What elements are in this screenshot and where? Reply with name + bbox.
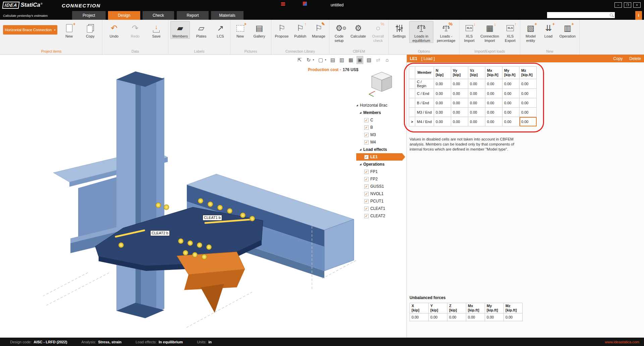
info-badge[interactable]: i [635, 11, 642, 20]
load-value-cell[interactable]: 0.00 [434, 98, 451, 108]
checkbox-checked[interactable]: ✓ [364, 177, 369, 181]
minimize-button[interactable]: – [614, 2, 622, 8]
checkbox-checked[interactable]: ✓ [364, 214, 369, 218]
load-value-cell[interactable]: 0.00 [468, 117, 485, 126]
new-model-entity-button[interactable]: ▧+ Model entity [523, 21, 539, 43]
load-value-cell[interactable]: 0.00 [451, 117, 468, 126]
expander-icon[interactable]: ◢ [360, 163, 363, 166]
checkbox-checked[interactable]: ✓ [364, 125, 369, 130]
load-value-cell[interactable]: 0.00 [434, 108, 451, 117]
new-load-button[interactable]: ⇊+ Load [541, 21, 556, 39]
loads-in-equilibrium-toggle[interactable]: Loads in equilibrium [410, 21, 433, 43]
load-value-cell[interactable]: 0.00 [434, 79, 451, 89]
code-setup-button[interactable]: ⚙⚙ Code setup [332, 21, 346, 43]
load-value-cell[interactable]: 0.00 [451, 98, 468, 108]
checkbox-checked[interactable]: ✓ [364, 207, 369, 211]
navigation-cube[interactable] [366, 69, 397, 98]
orbit-icon[interactable]: ↻ [306, 56, 312, 64]
load-value-cell[interactable]: 0.00 [451, 79, 468, 89]
load-value-cell[interactable]: 0.00 [451, 108, 468, 117]
load-value-cell[interactable]: 0.00 [451, 89, 468, 98]
copy-project-item-button[interactable]: Copy [81, 21, 100, 39]
tree-item-pcut1[interactable]: ✓ PCUT1 [356, 197, 405, 205]
load-value-cell[interactable]: 0.00 [468, 98, 485, 108]
xls-export-button[interactable]: XLS↑ XLS Export [503, 21, 518, 43]
view-transparent-icon[interactable]: ▧ [366, 56, 372, 64]
gallery-button[interactable]: ▤ Gallery [250, 21, 269, 39]
expander-icon[interactable]: ◢ [356, 104, 360, 107]
load-value-cell[interactable]: 0.00 [502, 117, 520, 126]
delete-load-button[interactable]: Delete [629, 56, 641, 61]
search-box[interactable] [547, 12, 615, 18]
tree-root[interactable]: ◢ Horizontal Brac [356, 102, 405, 109]
tree-item-fp1[interactable]: ✓ FP1 [356, 168, 405, 175]
cleat1-model-label[interactable]: CLEAT1 b [203, 215, 222, 221]
checkbox-checked[interactable]: ✓ [364, 118, 369, 122]
orbit-caret-icon[interactable]: ▾ [312, 56, 315, 64]
load-value-cell[interactable]: 0.00 [468, 79, 485, 89]
load-value-cell[interactable]: 0.00 [485, 108, 502, 117]
new-picture-button[interactable]: + New [233, 21, 248, 39]
new-project-item-button[interactable]: + New [60, 21, 78, 39]
tab-project[interactable]: Project [72, 11, 106, 20]
publish-button[interactable]: ⚐↑ Publish [292, 21, 308, 39]
website-link[interactable]: www.ideastatica.com [605, 340, 639, 344]
connection-import-button[interactable]: ▦↓ Connection Import [479, 21, 500, 43]
row-selector[interactable] [409, 89, 415, 98]
close-button[interactable]: × [633, 2, 641, 8]
connection-type-dropdown[interactable]: Horizontal Brace Connection ▾ [3, 25, 57, 35]
search-icon[interactable] [609, 13, 614, 17]
load-value-cell[interactable]: 0.00 [520, 98, 537, 108]
cleat2-model-label[interactable]: CLEAT2 b [150, 230, 170, 236]
load-value-cell[interactable]: 0.00 [485, 98, 502, 108]
tree-group-operations[interactable]: ◢ Operations [356, 161, 405, 168]
tab-report[interactable]: Report [177, 11, 209, 20]
checkbox-checked[interactable]: ✓ [364, 192, 369, 196]
members-labels-toggle[interactable]: ▰ Members [171, 21, 190, 39]
load-value-cell[interactable]: 0.00 [502, 89, 520, 98]
load-value-cell[interactable]: 0.00 [520, 108, 537, 117]
loads-percentage-toggle[interactable]: % Loads - percentage [435, 21, 457, 43]
propose-button[interactable]: ⚐ Propose [274, 21, 290, 39]
load-value-cell[interactable]: 0.00 [468, 89, 485, 98]
xls-import-button[interactable]: XLS↓ XLS Import [462, 21, 477, 43]
expander-icon[interactable]: ◢ [360, 148, 363, 151]
checkbox-checked[interactable]: ✓ [364, 155, 369, 159]
lcs-toggle[interactable]: ↗ LCS [213, 21, 228, 39]
checkbox-checked[interactable]: ✓ [364, 184, 369, 189]
active-row-marker[interactable]: > [409, 117, 415, 126]
tree-item-le1-selected[interactable]: ✓ LE1 [356, 153, 405, 161]
tree-item-cleat1[interactable]: ✓ CLEAT1 [356, 205, 405, 212]
row-selector[interactable] [409, 108, 415, 117]
tree-item-fp2[interactable]: ✓ FP2 [356, 175, 405, 183]
load-value-cell[interactable]: 0.00 [520, 79, 537, 89]
checkbox-checked[interactable]: ✓ [364, 199, 369, 204]
load-value-cell[interactable]: 0.00 [520, 89, 537, 98]
load-value-cell[interactable]: 0.00 [485, 89, 502, 98]
row-selector[interactable] [409, 79, 415, 89]
3d-viewport[interactable]: ⇱ ↻ ▾ ▢ ▾ ▤ ▥ ▦ ▣ ▧ ⇄ ⌂ Production cost … [0, 55, 407, 338]
tree-group-load-effects[interactable]: ◢ Load effects [356, 146, 405, 153]
tab-check[interactable]: Check [143, 11, 174, 20]
calculate-button[interactable]: ⚙ Calculate [349, 21, 368, 39]
undo-button[interactable]: ↶ Undo [105, 21, 123, 39]
view-front-icon[interactable]: ▥ [339, 56, 345, 64]
load-value-cell[interactable]: 0.00 [468, 108, 485, 117]
expander-icon[interactable]: ◢ [360, 111, 363, 114]
row-selector[interactable] [409, 98, 415, 108]
view-home-icon[interactable]: ⌂ [384, 56, 390, 64]
tree-item-nvol1[interactable]: ✓ NVOL1 [356, 190, 405, 197]
manage-button[interactable]: ⚐✎ Manage [311, 21, 327, 39]
tree-item-guss1[interactable]: ✓ GUSS1 [356, 183, 405, 190]
copy-load-button[interactable]: Copy [613, 56, 623, 61]
new-operation-button[interactable]: ▥+ Operation [558, 21, 577, 39]
load-value-cell[interactable]: 0.00 [502, 79, 520, 89]
connection-3d-model[interactable] [0, 55, 407, 338]
load-value-cell[interactable]: 0.00 [485, 79, 502, 89]
maximize-button[interactable]: ❐ [624, 2, 631, 8]
load-value-cell[interactable]: 0.00 [434, 89, 451, 98]
tab-design[interactable]: Design [108, 11, 140, 20]
view-shaded-icon[interactable]: ▦ [348, 56, 354, 64]
tab-materials[interactable]: Materials [211, 11, 244, 20]
fit-view-icon[interactable]: ⇱ [297, 56, 303, 64]
